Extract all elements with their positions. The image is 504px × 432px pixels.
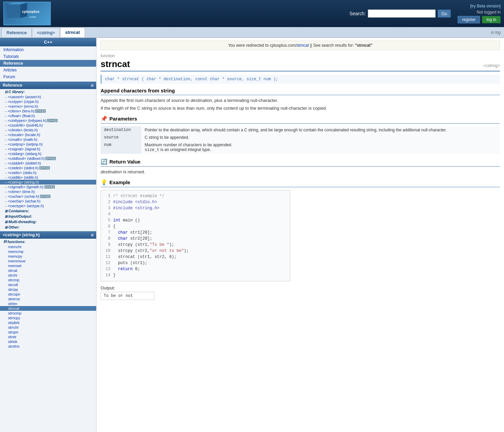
containers-group[interactable]: ⊞ Containers: (0, 208, 96, 214)
func-memmove: memmove (0, 259, 96, 263)
param-num-desc: Maximum number of characters to be appen… (141, 141, 500, 154)
func-strcmp: strcmp (0, 278, 96, 282)
ref-item-cstdarg: --<cstdarg> (stdarg.h) (0, 151, 96, 156)
sidebar-item-reference[interactable]: Reference (0, 60, 96, 67)
params-table: destination Pointer to the destination a… (101, 126, 500, 154)
ref-section-label: Reference (3, 83, 22, 88)
redirect-link[interactable]: strncat (297, 43, 309, 48)
c-lib-items: --<cassert> (assert.h) --<cctype> (ctype… (0, 94, 96, 208)
login-button[interactable]: log in (482, 16, 501, 23)
ref-item-cfenv: --<cfenv> (fenv.h)C++11 (0, 109, 96, 113)
example-section-title: 💡 Example (101, 179, 500, 187)
code-line-12: 12 puts (str1); (104, 260, 287, 266)
sidebar-item-information[interactable]: Information (0, 46, 96, 53)
svg-rect-0 (7, 4, 20, 18)
ref-item-cwchar: --<cwchar> (wchar.h) (0, 199, 96, 203)
example-title-text: Example (109, 179, 130, 185)
return-title-text: Return Value (109, 159, 141, 165)
ref-item-clocale: --<clocale> (locale.h) (0, 132, 96, 137)
go-button[interactable]: Go (438, 9, 451, 18)
ref-item-cinttypes: --<cinttypes> (inttypes.h)C++11 (0, 118, 96, 123)
ref-item-cuchar: --<cuchar> (uchar.h)C++11 (0, 194, 96, 199)
func-type-label: function (101, 53, 500, 58)
other-label: Other: (8, 225, 20, 229)
nav-tab-reference[interactable]: Reference (1, 28, 32, 37)
params-title-text: Parameters (109, 116, 137, 122)
c-library-group[interactable]: ⊟ C library: (0, 89, 96, 94)
params-section-title: 📌 Parameters (101, 115, 500, 124)
svg-text:.com: .com (29, 15, 36, 19)
ref-item-csignal: --<csignal> (signal.h) (0, 147, 96, 151)
redirect-pre: You were redirected to cplusplus.com/ (228, 43, 296, 48)
func-strcat: strcat (0, 268, 96, 273)
c-library-toggle: ⊟ (5, 90, 7, 94)
ref-item-csetjmp: --<csetjmp> (setjmp.h) (0, 142, 96, 147)
return-icon: 🔄 (101, 158, 107, 165)
param-destination-desc: Pointer to the destination array, which … (141, 126, 500, 134)
append-title-text: Append characters from string (101, 88, 175, 93)
ref-expand-icon[interactable]: ⊞ (91, 84, 93, 87)
ref-item-cerrno: --<cerrno> (errno.h) (0, 104, 96, 109)
search-area: Search: Go (350, 9, 451, 18)
param-source-name: source (101, 134, 141, 141)
sidebar-item-articles[interactable]: Articles (0, 67, 96, 73)
cstring-expand-icon[interactable]: ⊞ (91, 233, 93, 237)
cstring-section-header: <cstring> (string.h) ⊞ (0, 231, 96, 239)
func-strspn: strspn (0, 330, 96, 334)
output-section: Output: To be or not (101, 285, 500, 300)
nav-tab-cstring[interactable]: <cstring> (32, 28, 60, 37)
ref-item-cstddef: --<cstddef> (stddef.h) (0, 161, 96, 166)
params-icon: 📌 (101, 115, 107, 122)
ref-section-header: Reference ⊞ (0, 82, 96, 89)
func-strncat: strncat (0, 306, 96, 311)
code-line-7: 7 char str1[20]; (104, 230, 287, 236)
code-line-4: 4 (104, 211, 287, 217)
param-row-num: num Maximum number of characters to be a… (101, 141, 500, 154)
code-line-2: 2#include <stdio.h> (104, 199, 287, 205)
func-strlen: strlen (0, 301, 96, 306)
io-label: Input/Output: (8, 214, 32, 218)
ref-item-cstdlib: --<cstdlib> (stdlib.h) (0, 175, 96, 180)
output-box: To be or not (101, 292, 155, 300)
code-line-1: 1/* strncat example */ (104, 193, 287, 199)
code-line-14: 14} (104, 272, 287, 278)
func-memset: memset (0, 263, 96, 268)
func-lib: <cstring> (483, 63, 500, 68)
param-source-desc: C string to be appended. (141, 134, 500, 141)
func-name: strncat (101, 59, 130, 69)
main-layout: C++ Information Tutorials Reference Arti… (0, 38, 504, 432)
other-toggle: ⊞ (5, 225, 7, 229)
example-code: 1/* strncat example */ 2#include <stdio.… (101, 190, 290, 281)
mt-label: Multi-threading: (8, 220, 37, 224)
func-strrchr: strrchr (0, 325, 96, 330)
io-group[interactable]: ⊞ Input/Output: (0, 214, 96, 219)
search-input[interactable] (368, 9, 436, 18)
code-line-3: 3#include <string.h> (104, 205, 287, 211)
nav-tab-strncat[interactable]: strncat (60, 27, 85, 37)
code-line-5: 5int main () (104, 217, 287, 223)
func-list: memchr memcmp memcpy memmove memset strc… (0, 244, 96, 349)
other-group[interactable]: ⊞ Other: (0, 224, 96, 230)
register-button[interactable]: register (458, 16, 480, 23)
func-strcoll: strcoll (0, 282, 96, 287)
func-strxfrm: strxfrm (0, 344, 96, 349)
beta-link[interactable]: [try Beta version] (470, 4, 501, 8)
mt-group[interactable]: ⊞ Multi-threading: (0, 219, 96, 224)
signature-text: char * strncat ( char * destination, con… (105, 77, 278, 82)
sidebar-item-tutorials[interactable]: Tutorials (0, 53, 96, 60)
ref-item-cmath: --<cmath> (math.h) (0, 137, 96, 142)
code-line-6: 6{ (104, 223, 287, 230)
ref-item-cassert: --<cassert> (assert.h) (0, 94, 96, 99)
ref-item-climits: --<climits> (limits.h) (0, 128, 96, 132)
log-in-note: in log (491, 30, 504, 35)
redirect-query: "strncat" (355, 43, 372, 48)
functions-group: ⊟ functions: (0, 239, 96, 244)
code-line-10: 10 strcpy (str2,"or not to be"); (104, 248, 287, 254)
ref-item-cstring: --<cstring> (string.h) (0, 180, 96, 185)
output-label: Output: (101, 285, 500, 290)
c-library-label: C library: (8, 90, 25, 94)
sidebar-item-forum[interactable]: Forum (0, 73, 96, 80)
func-strncmp: strncmp (0, 311, 96, 316)
func-strerror: strerror (0, 297, 96, 301)
redirect-notice: You were redirected to cplusplus.com/str… (101, 41, 500, 50)
